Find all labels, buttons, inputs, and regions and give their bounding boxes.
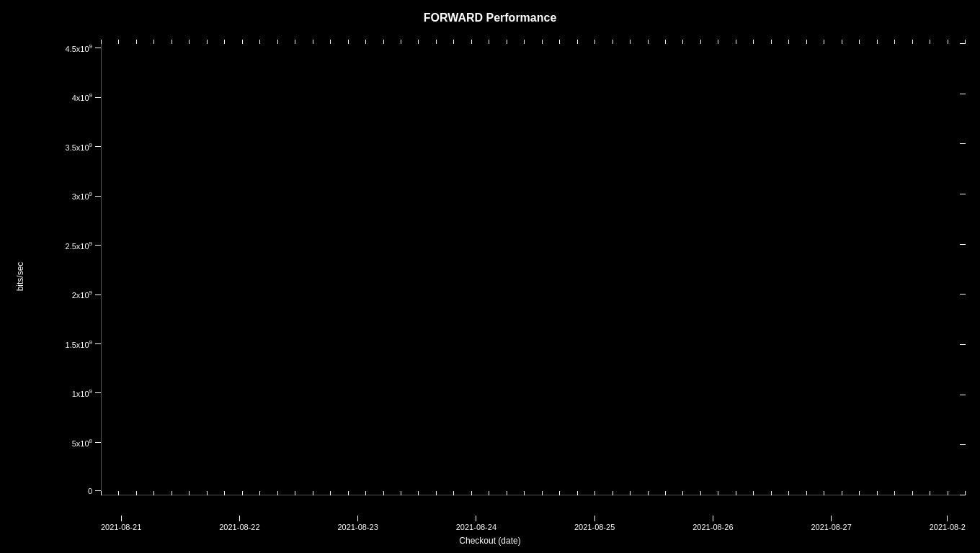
top-tick	[189, 40, 190, 44]
bottom-tick	[965, 491, 966, 495]
top-tick	[806, 40, 807, 44]
right-dash	[960, 244, 966, 245]
top-tick	[348, 40, 349, 44]
y-tick-3_5e9: 3.5x109	[66, 142, 101, 152]
bottom-tick	[453, 491, 454, 495]
bottom-tick	[824, 491, 824, 495]
y-tick-line	[95, 48, 101, 48]
top-tick	[313, 40, 313, 44]
bottom-tick	[365, 491, 366, 495]
top-tick	[648, 40, 649, 44]
top-tick	[559, 40, 560, 44]
top-tick	[736, 40, 736, 44]
top-tick	[753, 40, 754, 44]
bottom-tick	[877, 491, 878, 495]
x-tick-2021-08-25: 2021-08-25	[574, 516, 615, 531]
top-tick	[507, 40, 507, 44]
bottom-tick	[718, 491, 718, 495]
y-tick-2_5e9: 2.5x109	[66, 240, 101, 251]
top-tick	[718, 40, 718, 44]
left-axis-line	[101, 43, 102, 495]
bottom-tick	[295, 491, 295, 495]
bottom-tick	[736, 491, 736, 495]
y-tick-line	[95, 442, 101, 443]
top-tick	[172, 40, 172, 44]
x-tick-2021-08-23: 2021-08-23	[338, 516, 378, 531]
bottom-tick	[401, 491, 401, 495]
bottom-tick	[101, 491, 102, 495]
x-tick-2021-08-27: 2021-08-27	[811, 516, 852, 531]
top-tick	[259, 40, 260, 44]
y-tick-line	[95, 343, 101, 344]
bottom-tick	[259, 491, 260, 495]
bottom-tick	[524, 491, 525, 495]
y-tick-0: 0	[88, 487, 101, 495]
bottom-tick	[842, 491, 842, 495]
bottom-tick	[172, 491, 172, 495]
top-tick	[912, 40, 913, 44]
bottom-tick	[771, 491, 772, 495]
bottom-tick	[383, 491, 384, 495]
right-dash	[960, 294, 966, 295]
top-tick	[682, 40, 683, 44]
top-tick	[859, 40, 860, 44]
x-tick-2021-08-21: 2021-08-21	[101, 516, 141, 531]
right-dash	[960, 143, 966, 144]
bottom-tick	[912, 491, 913, 495]
top-tick	[665, 40, 666, 44]
top-tick	[771, 40, 772, 44]
y-tick-1_5e9: 1.5x109	[66, 339, 101, 349]
chart-container: FORWARD Performance bits/sec 4.5x109 4x1…	[0, 0, 980, 553]
bottom-tick	[594, 491, 595, 495]
top-ticks	[101, 40, 966, 44]
top-tick	[118, 40, 119, 44]
bottom-tick	[577, 491, 578, 495]
bottom-tick	[277, 491, 278, 495]
bottom-tick	[948, 491, 948, 495]
bottom-tick	[189, 491, 190, 495]
top-tick	[365, 40, 366, 44]
bottom-tick	[242, 491, 243, 495]
top-tick	[242, 40, 243, 44]
bottom-tick	[330, 491, 331, 495]
top-tick	[542, 40, 543, 44]
x-tick-2021-08-2x: 2021-08-2	[930, 516, 966, 531]
top-tick	[224, 40, 225, 44]
y-axis-label: bits/sec	[15, 262, 25, 292]
bottom-tick	[700, 491, 701, 495]
top-tick	[788, 40, 789, 44]
chart-title: FORWARD Performance	[0, 12, 980, 24]
bottom-tick	[471, 491, 472, 495]
top-tick	[965, 40, 966, 44]
bottom-tick	[348, 491, 349, 495]
top-tick	[930, 40, 930, 44]
x-axis: 2021-08-21 2021-08-22 2021-08-23 2021-08…	[101, 516, 966, 531]
top-tick	[594, 40, 595, 44]
top-tick	[277, 40, 278, 44]
top-tick	[330, 40, 331, 44]
bottom-tick	[559, 491, 560, 495]
top-tick	[383, 40, 384, 44]
bottom-tick	[418, 491, 419, 495]
bottom-tick	[489, 491, 489, 495]
bottom-tick	[136, 491, 137, 495]
bottom-tick	[859, 491, 860, 495]
top-tick	[207, 40, 208, 44]
top-tick	[489, 40, 489, 44]
top-tick	[630, 40, 631, 44]
y-tick-3e9: 3x109	[72, 191, 101, 201]
bottom-tick	[436, 491, 437, 495]
bottom-tick	[930, 491, 930, 495]
x-tick-2021-08-24: 2021-08-24	[456, 516, 496, 531]
y-tick-line	[95, 196, 101, 197]
top-tick	[842, 40, 842, 44]
y-tick-line	[95, 295, 101, 295]
top-tick	[295, 40, 295, 44]
right-dash	[960, 344, 966, 345]
bottom-ticks: // We'll generate these via JS below	[101, 491, 966, 495]
top-tick	[877, 40, 878, 44]
y-tick-4e9: 4x109	[72, 92, 101, 102]
bottom-tick	[753, 491, 754, 495]
right-dash	[960, 94, 966, 94]
right-axis-dashes	[960, 43, 966, 495]
